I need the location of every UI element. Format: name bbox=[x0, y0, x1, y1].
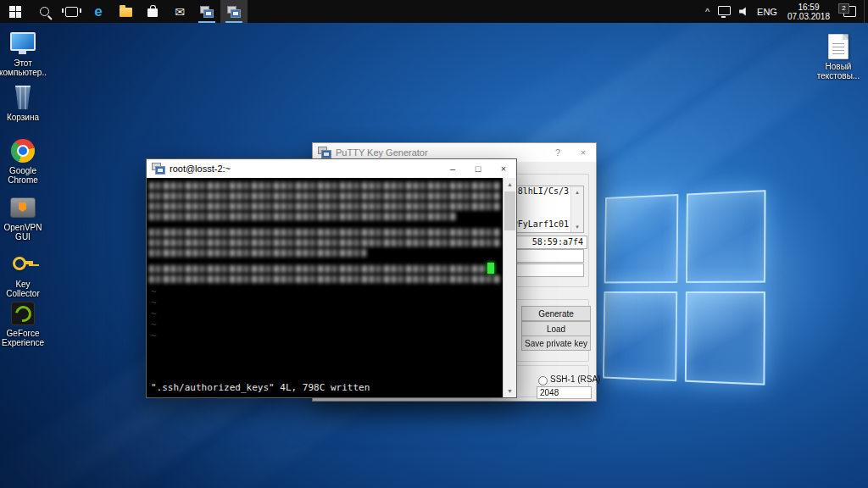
generate-button[interactable]: Generate bbox=[521, 306, 591, 321]
scroll-up-icon[interactable]: ▴ bbox=[504, 178, 516, 191]
notification-badge: 2 bbox=[838, 3, 849, 14]
minimize-button[interactable]: – bbox=[440, 159, 465, 178]
this-pc-icon bbox=[10, 32, 36, 54]
taskbar: e ✉ ^ bbox=[0, 0, 868, 23]
network-tray-button[interactable] bbox=[714, 0, 735, 23]
puttygen-taskbar-button[interactable] bbox=[220, 0, 248, 23]
speaker-icon bbox=[739, 7, 748, 16]
running-indicator bbox=[225, 21, 242, 23]
puttygen-icon bbox=[227, 6, 241, 18]
scroll-up-icon[interactable]: ▴ bbox=[571, 186, 583, 197]
redacted-terminal-text bbox=[149, 180, 501, 283]
edge-button[interactable]: e bbox=[85, 0, 112, 23]
scroll-down-icon[interactable]: ▾ bbox=[571, 221, 583, 232]
recycle-bin-icon bbox=[14, 86, 31, 109]
vim-tilde: ~ bbox=[151, 286, 157, 297]
terminal-window: root@losst-2:~ – □ × ~ ~ ~ bbox=[146, 158, 517, 398]
ssh1-rsa-radio[interactable] bbox=[538, 376, 548, 385]
putty-icon bbox=[200, 6, 214, 18]
key-scrollbar[interactable]: ▴ ▾ bbox=[570, 186, 583, 232]
desktop: Этот компьютер... Корзина Google Chrome … bbox=[0, 0, 868, 488]
desktop-icon-google-chrome[interactable]: Google Chrome bbox=[0, 138, 47, 185]
file-explorer-button[interactable] bbox=[112, 0, 139, 23]
scrollbar-thumb[interactable] bbox=[504, 191, 515, 230]
desktop-icon-recycle-bin[interactable]: Корзина bbox=[0, 85, 47, 122]
desktop-icon-new-text-document[interactable]: Новый текстовы... bbox=[814, 34, 863, 80]
terminal-window-title: root@losst-2:~ bbox=[170, 164, 231, 174]
desktop-icon-geforce[interactable]: GeForce Experience bbox=[0, 301, 47, 347]
vim-tilde: ~ bbox=[151, 330, 157, 341]
icon-label: GeForce Experience bbox=[0, 329, 47, 347]
desktop-icon-openvpn[interactable]: OpenVPN GUI bbox=[0, 195, 47, 241]
tray-overflow-button[interactable]: ^ bbox=[701, 0, 714, 23]
scroll-down-icon[interactable]: ▾ bbox=[504, 385, 516, 397]
icon-label: OpenVPN GUI bbox=[0, 223, 47, 241]
load-button[interactable]: Load bbox=[521, 321, 591, 336]
icon-label: Новый текстовы... bbox=[814, 62, 863, 80]
putty-taskbar-button[interactable] bbox=[193, 0, 220, 23]
close-button[interactable]: × bbox=[491, 159, 516, 178]
language-indicator[interactable]: ENG bbox=[753, 0, 782, 23]
clock-date: 07.03.2018 bbox=[787, 12, 830, 21]
terminal-titlebar[interactable]: root@losst-2:~ – □ × bbox=[147, 159, 516, 178]
vim-status-line: ".ssh/authorized_keys" 4L, 798C written bbox=[151, 382, 370, 393]
bits-field[interactable]: 2048 bbox=[537, 386, 592, 399]
terminal-content[interactable]: ~ ~ ~ ~ ~ ".ssh/authorized_keys" 4L, 798… bbox=[147, 178, 516, 397]
network-icon bbox=[718, 6, 731, 15]
desktop-icon-this-pc[interactable]: Этот компьютер... bbox=[0, 30, 47, 78]
search-icon bbox=[40, 7, 49, 16]
volume-tray-button[interactable] bbox=[735, 0, 753, 23]
clock-time: 16:59 bbox=[798, 3, 819, 12]
folder-icon bbox=[120, 8, 132, 17]
openvpn-icon bbox=[10, 197, 36, 218]
icon-label: Корзина bbox=[0, 113, 47, 122]
store-button[interactable] bbox=[139, 0, 166, 23]
running-indicator bbox=[198, 21, 215, 23]
windows-start-icon bbox=[9, 6, 21, 18]
chrome-icon bbox=[11, 139, 35, 163]
puttygen-app-icon bbox=[318, 147, 331, 158]
show-desktop-button[interactable] bbox=[864, 0, 868, 23]
task-view-button[interactable] bbox=[58, 0, 85, 23]
terminal-scrollbar[interactable]: ▴ ▾ bbox=[503, 178, 516, 397]
task-view-icon bbox=[65, 7, 78, 17]
vim-tilde: ~ bbox=[151, 297, 157, 308]
puttygen-window-title: PuTTY Key Generator bbox=[336, 147, 428, 158]
ssh1-rsa-label: SSH-1 (RSA) bbox=[550, 374, 600, 384]
vim-tilde: ~ bbox=[151, 319, 157, 330]
action-center-button[interactable]: 2 bbox=[836, 0, 864, 23]
mail-icon: ✉ bbox=[175, 6, 185, 18]
store-bag-icon bbox=[147, 8, 158, 17]
chevron-up-icon: ^ bbox=[705, 7, 709, 17]
vim-tilde: ~ bbox=[151, 308, 157, 319]
putty-app-icon bbox=[152, 163, 165, 175]
search-button[interactable] bbox=[31, 0, 58, 23]
text-document-icon bbox=[828, 34, 849, 59]
clock[interactable]: 16:59 07.03.2018 bbox=[782, 3, 836, 21]
desktop-icon-key-collector[interactable]: Key Collector bbox=[0, 252, 47, 298]
start-button[interactable] bbox=[0, 0, 31, 23]
help-button[interactable]: ? bbox=[545, 143, 570, 162]
save-private-key-button[interactable]: Save private key bbox=[521, 336, 591, 351]
maximize-button[interactable]: □ bbox=[465, 159, 491, 178]
edge-icon: e bbox=[94, 4, 102, 19]
terminal-cursor bbox=[487, 263, 494, 274]
icon-label: Этот компьютер... bbox=[0, 58, 47, 78]
icon-label: Key Collector bbox=[0, 280, 47, 298]
close-button[interactable]: × bbox=[570, 143, 596, 162]
key-icon bbox=[12, 253, 34, 275]
geforce-icon bbox=[11, 302, 35, 325]
icon-label: Google Chrome bbox=[0, 166, 47, 185]
mail-button[interactable]: ✉ bbox=[166, 0, 193, 23]
